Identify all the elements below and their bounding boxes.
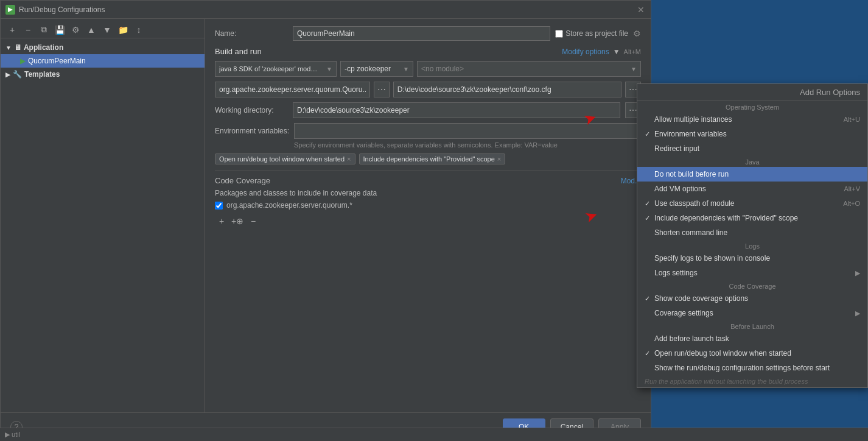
label-before-launch: Add before launch task: [654, 334, 860, 343]
menu-specify-logs[interactable]: Specify logs to be shown in console: [637, 251, 867, 266]
sdk-dropdown-arrow: ▼: [326, 66, 332, 72]
logs-settings-arrow: ▶: [855, 269, 860, 277]
quorumpeermain-label: QuorumPeerMain: [28, 57, 86, 65]
modify-options-link[interactable]: Modify options: [562, 48, 609, 56]
package-checkbox[interactable]: [215, 202, 223, 210]
coverage-packages-label: Packages and classes to include in cover…: [215, 189, 641, 197]
menu-show-settings-before-start[interactable]: Show the run/debug configuration setting…: [637, 361, 867, 375]
expand-arrow: ▼: [5, 44, 12, 51]
ide-status-bar: ▶ util: [0, 428, 868, 441]
tag-open-close-btn[interactable]: ×: [347, 155, 351, 163]
coverage-bottom-toolbar: + +⊕ −: [215, 214, 641, 228]
java-sdk-select[interactable]: java 8 SDK of 'zookeeper' modu... ▼: [215, 61, 337, 77]
menu-redirect-input[interactable]: Redirect input: [637, 141, 867, 156]
add-run-options-label: Add Run Options: [800, 88, 860, 97]
content-area: Name: Store as project file ⚙ Build and …: [205, 19, 651, 414]
program-args-input[interactable]: [393, 82, 621, 97]
working-dir-input[interactable]: [293, 102, 620, 118]
menu-open-tool-window-before[interactable]: ✓ Open run/debug tool window when starte…: [637, 346, 867, 361]
store-settings-icon[interactable]: ⚙: [633, 29, 641, 38]
copy-config-button[interactable]: ⧉: [37, 23, 51, 37]
menu-add-vm-options[interactable]: Add VM options Alt+V: [637, 182, 867, 196]
env-vars-row: Environment variables:: [215, 123, 641, 139]
name-row: Name: Store as project file ⚙: [215, 26, 641, 41]
label-show-settings: Show the run/debug configuration setting…: [654, 364, 860, 372]
store-checkbox[interactable]: [555, 30, 563, 38]
remove-package-button[interactable]: −: [247, 214, 260, 228]
package-item: org.apache.zookeeper.server.quorum.*: [215, 201, 641, 210]
sort-button[interactable]: ↕: [132, 23, 145, 37]
label-allow-multiple: Allow multiple instances: [654, 115, 831, 124]
move-up-button[interactable]: ▲: [85, 23, 98, 37]
label-open-tool-window-before: Open run/debug tool window when started: [654, 349, 860, 358]
env-vars-input[interactable]: [294, 123, 641, 139]
menu-add-before-launch[interactable]: Add before launch task: [637, 331, 867, 346]
cp-select[interactable]: -cp zookeeper ▼: [340, 61, 413, 77]
menu-coverage-settings[interactable]: Coverage settings ▶: [637, 306, 867, 320]
store-project-file-checkbox[interactable]: Store as project file: [555, 29, 628, 38]
check-open-tool-window-before: ✓: [645, 350, 654, 358]
label-redirect: Redirect input: [654, 144, 860, 153]
sidebar-item-application[interactable]: ▼ 🖥 Application: [1, 41, 205, 54]
menu-do-not-build[interactable]: Do not build before run: [637, 167, 867, 182]
name-input[interactable]: [293, 26, 550, 41]
main-class-browse-btn[interactable]: ⋯: [374, 82, 390, 97]
add-pattern-button[interactable]: +⊕: [231, 214, 244, 228]
label-provided-deps: Include dependencies with "Provided" sco…: [654, 214, 860, 222]
store-label: Store as project file: [565, 29, 628, 38]
main-class-row: ⋯ ⋯: [215, 82, 641, 97]
cp-dropdown-arrow: ▼: [403, 66, 409, 72]
label-vm-options: Add VM options: [654, 185, 831, 193]
menu-use-classpath-module[interactable]: ✓ Use classpath of module Alt+O: [637, 196, 867, 211]
check-coverage-options: ✓: [645, 295, 654, 303]
label-coverage-options: Show code coverage options: [654, 294, 860, 303]
label-logs-settings: Logs settings: [654, 269, 855, 277]
tag-include-close-btn[interactable]: ×: [497, 155, 501, 163]
check-provided-deps: ✓: [645, 214, 654, 222]
java-sdk-label: java 8 SDK of 'zookeeper' modu...: [219, 65, 320, 72]
label-specify-logs: Specify logs to be shown in console: [654, 254, 860, 263]
env-hint: Specify environment variables, separate …: [294, 141, 641, 149]
tag-include-label: Include dependencies with "Provided" sco…: [363, 155, 495, 163]
coverage-settings-arrow: ▶: [855, 309, 860, 317]
sidebar: + − ⧉ 💾 ⚙ ▲ ▼ 📁 ↕ ▼ 🖥 Application: [1, 19, 205, 414]
templates-arrow: ▶: [5, 71, 10, 78]
cp-label: -cp zookeeper: [345, 65, 391, 73]
sidebar-item-quorumpeermain[interactable]: ▶ QuorumPeerMain: [1, 54, 205, 68]
templates-icon: 🔧: [13, 70, 22, 79]
dropdown-title: Add Run Options: [637, 84, 867, 101]
title-bar: Run/Debug Configurations ✕: [1, 1, 651, 19]
name-label: Name:: [215, 29, 288, 38]
menu-include-provided-deps[interactable]: ✓ Include dependencies with "Provided" s…: [637, 211, 867, 225]
move-down-button[interactable]: ▼: [100, 23, 114, 37]
modify-shortcut: Alt+M: [624, 48, 641, 55]
category-code-coverage: Code Coverage: [637, 280, 867, 291]
config-tree: ▼ 🖥 Application ▶ QuorumPeerMain ▶ 🔧 Tem…: [1, 38, 205, 83]
menu-environment-variables[interactable]: ✓ Environment variables: [637, 127, 867, 141]
menu-shorten-cmdline[interactable]: Shorten command line: [637, 225, 867, 240]
add-package-button[interactable]: +: [215, 214, 228, 228]
remove-config-button[interactable]: −: [21, 23, 35, 37]
main-class-input[interactable]: [215, 82, 370, 97]
menu-allow-multiple-instances[interactable]: Allow multiple instances Alt+U: [637, 112, 867, 127]
label-coverage-settings: Coverage settings: [654, 309, 855, 317]
add-config-button[interactable]: +: [5, 23, 19, 37]
module-select[interactable]: <no module> ▼: [417, 61, 641, 77]
dialog-icon: [5, 5, 15, 15]
menu-show-coverage-options[interactable]: ✓ Show code coverage options: [637, 291, 867, 306]
util-label: ▶ util: [5, 431, 20, 439]
category-logs: Logs: [637, 240, 867, 251]
label-shorten: Shorten command line: [654, 228, 860, 237]
category-before-launch: Before Launch: [637, 320, 867, 331]
sidebar-item-templates[interactable]: ▶ 🔧 Templates: [1, 68, 205, 81]
close-button[interactable]: ✕: [636, 5, 646, 15]
dropdown-hint: Run the application without launching th…: [637, 375, 867, 387]
save-config-button[interactable]: 💾: [53, 23, 66, 37]
sidebar-toolbar: + − ⧉ 💾 ⚙ ▲ ▼ 📁 ↕: [1, 21, 205, 38]
templates-label: Templates: [24, 70, 60, 79]
package-value: org.apache.zookeeper.server.quorum.*: [226, 201, 352, 210]
folder-button[interactable]: 📁: [116, 23, 130, 37]
shortcut-vm-options: Alt+V: [844, 185, 860, 192]
menu-logs-settings[interactable]: Logs settings ▶: [637, 266, 867, 280]
settings-button[interactable]: ⚙: [69, 23, 82, 37]
